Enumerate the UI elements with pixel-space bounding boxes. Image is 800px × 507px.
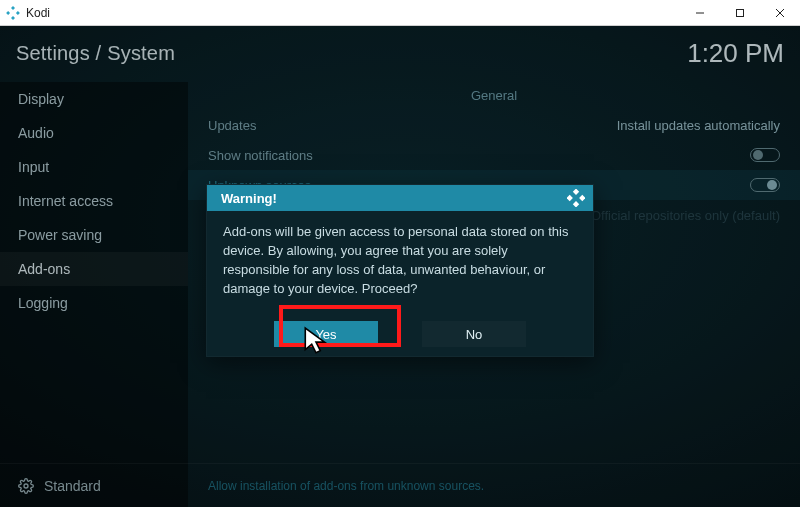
svg-rect-11	[579, 195, 585, 201]
svg-rect-0	[11, 6, 15, 10]
kodi-logo-icon	[567, 189, 585, 207]
window-titlebar: Kodi	[0, 0, 800, 26]
warning-dialog: Warning! Add-ons will be given access to…	[206, 184, 594, 357]
dialog-no-button[interactable]: No	[422, 321, 526, 347]
window-title: Kodi	[26, 6, 50, 20]
button-label: Yes	[315, 327, 336, 342]
svg-rect-12	[573, 201, 579, 207]
svg-rect-10	[567, 195, 573, 201]
window-maximize-button[interactable]	[720, 0, 760, 26]
dialog-title: Warning!	[221, 191, 277, 206]
window-close-button[interactable]	[760, 0, 800, 26]
dialog-buttons: Yes No	[207, 312, 593, 356]
svg-rect-3	[11, 15, 15, 19]
svg-rect-5	[737, 9, 744, 16]
titlebar-left: Kodi	[0, 6, 50, 20]
button-label: No	[466, 327, 483, 342]
kodi-app-icon	[6, 6, 20, 20]
app-surface: Settings / System 1:20 PM Display Audio …	[0, 26, 800, 507]
svg-rect-9	[573, 189, 579, 195]
dialog-body: Add-ons will be given access to personal…	[207, 211, 593, 312]
svg-rect-2	[16, 11, 20, 15]
dialog-yes-button[interactable]: Yes	[274, 321, 378, 347]
svg-rect-1	[6, 11, 10, 15]
window-minimize-button[interactable]	[680, 0, 720, 26]
window-controls	[680, 0, 800, 26]
dialog-header: Warning!	[207, 185, 593, 211]
